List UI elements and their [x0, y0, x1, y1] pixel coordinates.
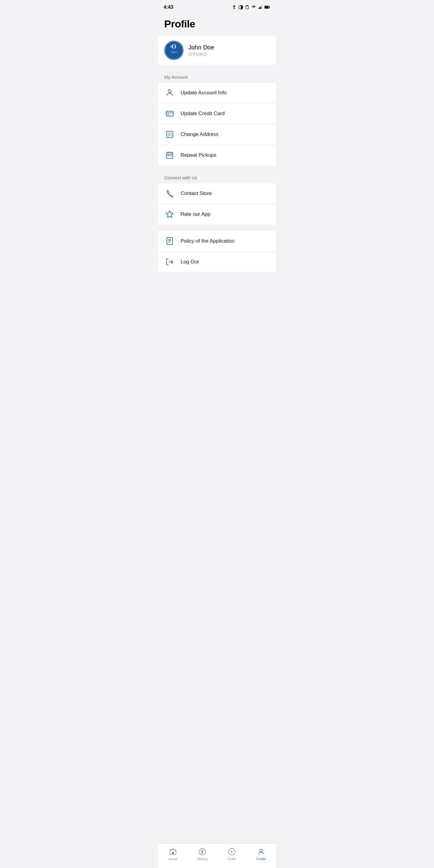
accessibility-icon	[232, 5, 237, 10]
rate-app-item[interactable]: Rate our App	[158, 204, 276, 224]
user-avatar: O o'puro	[164, 41, 184, 60]
nav-profile[interactable]: Profile	[247, 846, 276, 862]
svg-rect-6	[261, 5, 262, 9]
nav-home[interactable]: Home	[158, 846, 188, 862]
svg-rect-18	[171, 133, 172, 133]
update-credit-card-label: Update Credit Card	[181, 111, 224, 117]
svg-rect-3	[258, 7, 259, 9]
svg-rect-28	[167, 238, 173, 244]
repeat-pickups-label: Repeat Pickups	[181, 152, 216, 158]
user-info: John Doe O'PURO	[188, 44, 214, 57]
profile-nav-icon	[257, 847, 265, 856]
connect-section-header: Connect with Us	[158, 172, 276, 183]
change-address-item[interactable]: Change Address	[158, 124, 276, 145]
svg-point-12	[170, 45, 173, 48]
circle-icon	[239, 5, 243, 10]
svg-rect-25	[167, 153, 173, 158]
my-account-section-header: My Account	[158, 71, 276, 82]
clipboard-icon	[245, 5, 249, 10]
svg-point-34	[260, 849, 262, 852]
page-title: Profile	[164, 18, 270, 30]
contact-store-label: Contact Store	[181, 190, 212, 196]
svg-rect-2	[246, 5, 248, 9]
repeat-pickups-item[interactable]: Repeat Pickups	[158, 145, 276, 165]
update-account-label: Update Account Info	[181, 90, 227, 96]
svg-rect-23	[169, 135, 170, 136]
home-nav-label: Home	[168, 857, 177, 861]
logout-label: Log Out	[181, 259, 199, 265]
star-icon	[164, 209, 175, 220]
battery-icon	[264, 5, 270, 9]
main-content: Profile O o'puro John Doe O'PURO My Acco…	[158, 13, 276, 868]
calendar-icon	[164, 150, 175, 161]
svg-rect-19	[168, 134, 168, 135]
change-address-label: Change Address	[181, 131, 218, 137]
user-brand: O'PURO	[188, 52, 214, 57]
svg-rect-16	[168, 133, 168, 133]
svg-rect-17	[169, 133, 170, 133]
user-name: John Doe	[188, 44, 214, 51]
logout-item[interactable]: Log Out	[158, 252, 276, 272]
home-nav-icon	[169, 847, 177, 856]
credit-card-icon	[164, 108, 175, 119]
policy-item[interactable]: Policy of the Application	[158, 231, 276, 252]
nav-pricing[interactable]: Pricing	[188, 846, 217, 862]
update-account-item[interactable]: Update Account Info	[158, 83, 276, 103]
svg-rect-26	[167, 155, 169, 156]
status-time: 4:43	[164, 4, 173, 10]
other-menu: Policy of the Application Log Out	[158, 230, 276, 272]
svg-rect-27	[170, 155, 172, 156]
bottom-nav: Home Pricing Order	[158, 844, 276, 868]
my-account-label: My Account	[164, 74, 188, 80]
page-wrapper: 4:43	[158, 0, 276, 868]
gap-1	[158, 165, 276, 172]
nav-order[interactable]: Order	[217, 846, 247, 862]
wifi-icon	[251, 5, 256, 9]
update-credit-card-item[interactable]: Update Credit Card	[158, 103, 276, 124]
avatar-logo: O o'puro	[165, 41, 183, 59]
svg-rect-21	[171, 134, 172, 135]
order-nav-label: Order	[227, 857, 236, 861]
user-profile-section: O o'puro John Doe O'PURO	[158, 36, 276, 65]
svg-rect-24	[171, 135, 172, 136]
status-bar: 4:43	[158, 0, 276, 13]
svg-rect-5	[261, 6, 261, 9]
svg-rect-31	[172, 852, 174, 855]
gap-2	[158, 224, 276, 230]
phone-icon	[164, 188, 175, 199]
svg-text:o'puro: o'puro	[170, 51, 177, 53]
pricing-nav-icon	[198, 847, 207, 856]
svg-point-0	[234, 5, 235, 6]
svg-point-13	[168, 90, 171, 93]
logout-icon	[164, 256, 175, 267]
pricing-nav-label: Pricing	[197, 857, 207, 861]
rate-app-label: Rate our App	[181, 211, 210, 217]
person-icon	[164, 87, 175, 98]
profile-nav-label: Profile	[256, 857, 266, 861]
svg-rect-22	[168, 135, 168, 136]
page-title-section: Profile	[158, 13, 276, 36]
status-icons	[232, 5, 270, 10]
order-nav-icon	[227, 847, 236, 856]
building-icon	[164, 129, 175, 140]
svg-rect-20	[169, 134, 170, 135]
policy-label: Policy of the Application	[181, 238, 235, 244]
signal-icon	[258, 5, 262, 9]
my-account-menu: Update Account Info Update Credit Card	[158, 82, 276, 165]
svg-rect-8	[265, 6, 269, 8]
connect-menu: Contact Store Rate our App	[158, 183, 276, 224]
document-icon	[164, 236, 175, 247]
connect-label: Connect with Us	[164, 175, 197, 180]
svg-rect-14	[166, 111, 173, 116]
contact-store-item[interactable]: Contact Store	[158, 183, 276, 204]
svg-rect-4	[259, 7, 260, 9]
